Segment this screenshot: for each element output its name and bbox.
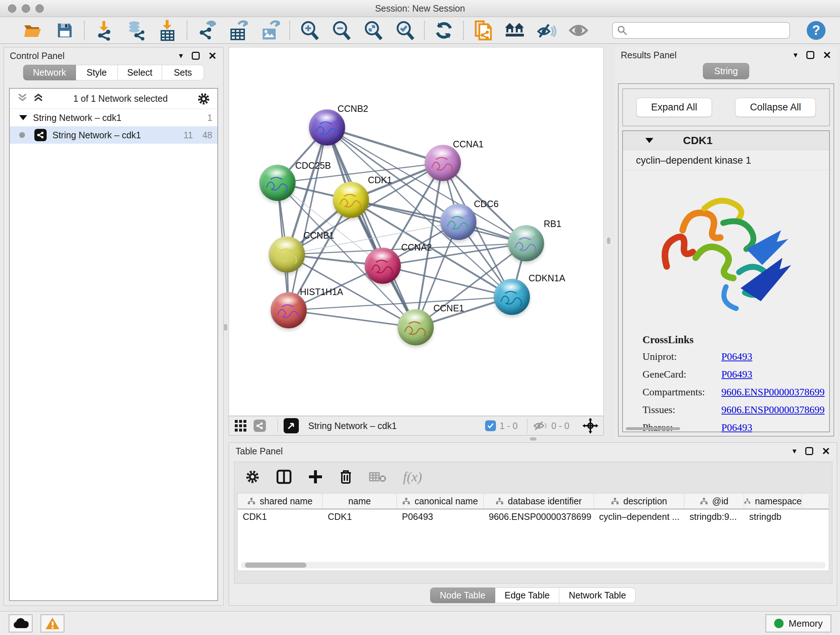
network-node-ccne1[interactable] — [398, 309, 434, 345]
pan-crosshair-icon[interactable] — [583, 418, 598, 434]
table-cell[interactable]: 9606.ENSP00000378699 — [484, 509, 594, 525]
table-cell[interactable]: CDK1 — [238, 509, 323, 525]
network-node-ccna1[interactable] — [425, 145, 461, 181]
minimize-window-icon[interactable] — [22, 4, 30, 13]
network-node-cdkn1a[interactable] — [494, 279, 530, 315]
network-node-cdc6[interactable] — [440, 204, 477, 240]
hide-unhide-icon[interactable] — [537, 21, 556, 40]
tab-select[interactable]: Select — [118, 65, 162, 80]
float-panel-icon[interactable]: ▾ — [792, 447, 796, 456]
network-view-canvas[interactable]: CCNB2CCNA1CDC25BCDK1CDC6RB1CCNB1CCNA2CDK… — [229, 47, 604, 416]
refresh-icon[interactable] — [434, 21, 454, 40]
crosslink-link[interactable]: 9606.ENSP00000378699 — [722, 404, 824, 416]
toolbar-search[interactable] — [612, 22, 790, 39]
export-image-icon[interactable] — [261, 21, 280, 40]
add-column-icon[interactable] — [308, 470, 323, 484]
import-network-database-icon[interactable] — [126, 21, 145, 40]
memory-button[interactable]: Memory — [766, 614, 831, 632]
import-network-file-icon[interactable] — [94, 21, 114, 40]
float-panel-icon[interactable]: ▾ — [793, 50, 797, 60]
zoom-out-icon[interactable] — [332, 21, 351, 40]
network-node-ccna2[interactable] — [365, 248, 401, 284]
column-header-namespace[interactable]: namespace — [744, 494, 802, 509]
network-edge[interactable] — [327, 127, 416, 327]
network-options-gear-icon[interactable] — [197, 92, 210, 105]
crosslink-link[interactable]: 9606.ENSP00000378699 — [722, 386, 824, 398]
vertical-splitter-grip[interactable] — [224, 324, 227, 331]
table-settings-gear-icon[interactable] — [245, 470, 260, 484]
network-node-cdc25b[interactable] — [259, 165, 295, 201]
undock-panel-icon[interactable] — [806, 51, 814, 59]
close-window-icon[interactable] — [8, 4, 16, 13]
network-row[interactable]: String Network – cdk1 11 48 — [10, 126, 218, 144]
tab-node-table[interactable]: Node Table — [430, 587, 495, 603]
export-table-icon[interactable] — [229, 21, 248, 40]
horizontal-splitter-grip[interactable] — [530, 437, 537, 440]
collapse-collection-icon[interactable] — [19, 115, 27, 120]
expand-all-button[interactable]: Expand All — [636, 98, 712, 117]
tab-sets[interactable]: Sets — [162, 65, 204, 80]
tab-network[interactable]: Network — [23, 65, 76, 80]
network-edge[interactable] — [351, 200, 526, 243]
collapse-all-button[interactable]: Collapse All — [735, 98, 816, 117]
close-panel-icon[interactable]: ✕ — [822, 445, 830, 457]
save-session-icon[interactable] — [55, 21, 74, 40]
maximize-window-icon[interactable] — [35, 4, 44, 13]
vertical-splitter-grip[interactable] — [607, 238, 610, 244]
zoom-in-icon[interactable] — [300, 21, 319, 40]
table-cell[interactable]: P06493 — [397, 509, 484, 525]
network-node-ccnb1[interactable] — [269, 236, 305, 272]
warnings-button[interactable] — [41, 614, 65, 632]
table-cell[interactable]: stringdb — [744, 509, 802, 525]
selected-checkbox-icon[interactable] — [485, 420, 496, 431]
network-node-ccnb2[interactable] — [309, 109, 345, 146]
close-panel-icon[interactable]: ✕ — [823, 49, 831, 61]
import-table-file-icon[interactable] — [158, 21, 177, 40]
table-cell[interactable]: cyclin–dependent ... — [594, 509, 684, 525]
undock-panel-icon[interactable] — [805, 447, 813, 455]
crosslink-link[interactable]: P06493 — [722, 422, 752, 433]
help-icon[interactable]: ? — [807, 21, 826, 40]
results-hscroll-thumb[interactable] — [626, 427, 680, 430]
tab-edge-table[interactable]: Edge Table — [495, 587, 560, 603]
table-hscrollbar[interactable] — [240, 562, 826, 568]
grid-view-icon[interactable] — [234, 419, 247, 432]
column-header-description[interactable]: description — [594, 494, 684, 509]
float-panel-icon[interactable]: ▾ — [179, 51, 183, 60]
column-header-shared-name[interactable]: shared name — [238, 494, 323, 509]
collapse-all-networks-icon[interactable] — [33, 93, 44, 105]
crosslink-link[interactable]: P06493 — [722, 351, 752, 363]
show-columns-icon[interactable] — [276, 470, 292, 484]
table-row[interactable]: CDK1CDK1P064939606.ENSP00000378699cyclin… — [238, 509, 829, 525]
network-node-hist1h1a[interactable] — [271, 292, 307, 328]
tab-network-table[interactable]: Network Table — [559, 587, 636, 603]
tab-style[interactable]: Style — [76, 65, 118, 80]
column-header-database-identifier[interactable]: database identifier — [484, 494, 594, 509]
detach-view-icon[interactable] — [284, 418, 299, 433]
zoom-fit-icon[interactable] — [363, 21, 383, 40]
crosslink-link[interactable]: P06493 — [722, 369, 752, 380]
open-session-icon[interactable] — [23, 21, 43, 40]
zoom-selected-icon[interactable] — [395, 21, 415, 40]
network-edge[interactable] — [289, 127, 327, 310]
column-header-canonical-name[interactable]: canonical name — [397, 494, 484, 509]
expand-all-networks-icon[interactable] — [17, 93, 28, 105]
network-collection-row[interactable]: String Network – cdk1 1 — [10, 109, 218, 126]
delete-column-icon[interactable] — [339, 469, 352, 485]
network-node-rb1[interactable] — [508, 225, 544, 261]
network-overview-icon[interactable] — [254, 420, 266, 432]
table-cell[interactable]: CDK1 — [323, 509, 397, 525]
traffic-lights[interactable] — [8, 4, 44, 13]
node-table[interactable]: shared namenamecanonical namedatabase id… — [237, 493, 829, 571]
undock-panel-icon[interactable] — [192, 52, 200, 60]
network-node-cdk1[interactable] — [333, 182, 369, 218]
search-input[interactable] — [631, 25, 785, 35]
table-cell[interactable]: stringdb:9... — [684, 509, 744, 525]
string-documents-icon[interactable] — [473, 21, 493, 40]
close-panel-icon[interactable]: ✕ — [208, 50, 217, 62]
export-network-icon[interactable] — [197, 21, 216, 40]
home-layouts-icon[interactable] — [505, 21, 524, 40]
cloud-button[interactable] — [9, 614, 33, 632]
collapse-gene-icon[interactable] — [645, 138, 653, 143]
tab-string[interactable]: String — [703, 63, 749, 79]
